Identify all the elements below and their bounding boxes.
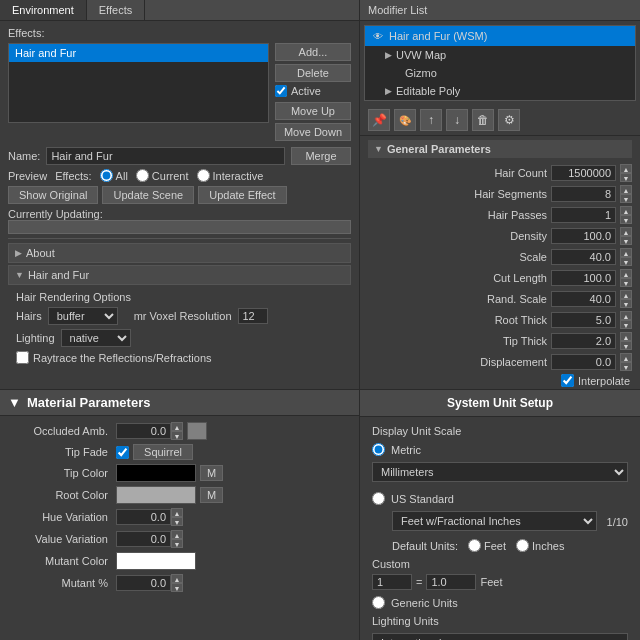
- interactive-radio[interactable]: [197, 169, 210, 182]
- mutant-pct-up[interactable]: ▲: [171, 574, 183, 583]
- all-radio[interactable]: [100, 169, 113, 182]
- modifier-item-gizmo[interactable]: Gizmo: [365, 64, 635, 82]
- pin-tool-button[interactable]: 📌: [368, 109, 390, 131]
- all-radio-label[interactable]: All: [100, 169, 128, 182]
- custom-input-2[interactable]: [426, 574, 476, 590]
- update-effect-button[interactable]: Update Effect: [198, 186, 286, 204]
- hair-passes-down[interactable]: ▼: [620, 215, 632, 224]
- delete-button[interactable]: Delete: [275, 64, 351, 82]
- current-radio-label[interactable]: Current: [136, 169, 189, 182]
- inches-radio-label[interactable]: Inches: [516, 539, 564, 552]
- occluded-amb-swatch[interactable]: [187, 422, 207, 440]
- add-button[interactable]: Add...: [275, 43, 351, 61]
- hue-variation-up[interactable]: ▲: [171, 508, 183, 517]
- rand-scale-down[interactable]: ▼: [620, 299, 632, 308]
- generic-radio[interactable]: [372, 596, 385, 609]
- modifier-item-hair-fur[interactable]: 👁 Hair and Fur (WSM): [365, 26, 635, 46]
- hair-passes-up[interactable]: ▲: [620, 206, 632, 215]
- squirrel-preset[interactable]: Squirrel: [133, 444, 193, 460]
- cut-length-down[interactable]: ▼: [620, 278, 632, 287]
- active-checkbox[interactable]: [275, 85, 287, 97]
- displacement-input[interactable]: [551, 354, 616, 370]
- displacement-up[interactable]: ▲: [620, 353, 632, 362]
- hair-count-input[interactable]: 1500000: [551, 165, 616, 181]
- mutant-pct-input[interactable]: [116, 575, 171, 591]
- show-original-button[interactable]: Show Original: [8, 186, 98, 204]
- raytrace-checkbox[interactable]: [16, 351, 29, 364]
- tip-thick-up[interactable]: ▲: [620, 332, 632, 341]
- value-variation-up[interactable]: ▲: [171, 530, 183, 539]
- metric-radio[interactable]: [372, 443, 385, 456]
- tip-color-swatch[interactable]: [116, 464, 196, 482]
- scale-down[interactable]: ▼: [620, 257, 632, 266]
- metric-select[interactable]: Millimeters Centimeters Meters Kilometer…: [372, 462, 628, 482]
- scale-up[interactable]: ▲: [620, 248, 632, 257]
- rand-scale-input[interactable]: [551, 291, 616, 307]
- tab-effects[interactable]: Effects: [87, 0, 145, 20]
- tip-thick-input[interactable]: [551, 333, 616, 349]
- tip-thick-down[interactable]: ▼: [620, 341, 632, 350]
- value-variation-down[interactable]: ▼: [171, 539, 183, 548]
- modifier-item-editable-poly[interactable]: ▶ Editable Poly: [365, 82, 635, 100]
- occluded-amb-up[interactable]: ▲: [171, 422, 183, 431]
- feet-radio-label[interactable]: Feet: [468, 539, 506, 552]
- cut-length-input[interactable]: [551, 270, 616, 286]
- root-color-swatch[interactable]: [116, 486, 196, 504]
- material-params-title[interactable]: ▼ Material Parameters: [0, 390, 359, 416]
- hair-fur-header[interactable]: ▼ Hair and Fur: [8, 265, 351, 285]
- root-color-m-button[interactable]: M: [200, 487, 223, 503]
- tab-environment[interactable]: Environment: [0, 0, 87, 20]
- mutant-color-swatch[interactable]: [116, 552, 196, 570]
- move-up-tool-button[interactable]: ↑: [420, 109, 442, 131]
- hair-count-up[interactable]: ▲: [620, 164, 632, 173]
- scale-input[interactable]: [551, 249, 616, 265]
- delete-tool-button[interactable]: 🗑: [472, 109, 494, 131]
- name-input[interactable]: Hair and Fur: [46, 147, 285, 165]
- move-up-button[interactable]: Move Up: [275, 102, 351, 120]
- root-thick-input[interactable]: [551, 312, 616, 328]
- lighting-units-select[interactable]: International American: [372, 633, 628, 640]
- move-down-tool-button[interactable]: ↓: [446, 109, 468, 131]
- color-tool-button[interactable]: 🎨: [394, 109, 416, 131]
- mutant-pct-down[interactable]: ▼: [171, 583, 183, 592]
- effects-list[interactable]: Hair and Fur: [8, 43, 269, 123]
- current-radio[interactable]: [136, 169, 149, 182]
- density-down[interactable]: ▼: [620, 236, 632, 245]
- density-up[interactable]: ▲: [620, 227, 632, 236]
- voxel-input[interactable]: [238, 308, 268, 324]
- hair-segments-down[interactable]: ▼: [620, 194, 632, 203]
- effects-list-item[interactable]: Hair and Fur: [9, 44, 268, 62]
- general-params-title[interactable]: ▼ General Parameters: [368, 140, 632, 158]
- hair-segments-up[interactable]: ▲: [620, 185, 632, 194]
- interactive-radio-label[interactable]: Interactive: [197, 169, 264, 182]
- modifier-item-uvw-map[interactable]: ▶ UVW Map: [365, 46, 635, 64]
- configure-tool-button[interactable]: ⚙: [498, 109, 520, 131]
- cut-length-up[interactable]: ▲: [620, 269, 632, 278]
- lighting-select[interactable]: native: [61, 329, 131, 347]
- tip-color-m-button[interactable]: M: [200, 465, 223, 481]
- hue-variation-down[interactable]: ▼: [171, 517, 183, 526]
- root-thick-up[interactable]: ▲: [620, 311, 632, 320]
- update-scene-button[interactable]: Update Scene: [102, 186, 194, 204]
- occluded-amb-down[interactable]: ▼: [171, 431, 183, 440]
- us-standard-radio[interactable]: [372, 492, 385, 505]
- rand-scale-up[interactable]: ▲: [620, 290, 632, 299]
- inches-radio[interactable]: [516, 539, 529, 552]
- tip-fade-checkbox[interactable]: [116, 446, 129, 459]
- root-thick-down[interactable]: ▼: [620, 320, 632, 329]
- density-input[interactable]: [551, 228, 616, 244]
- hue-variation-input[interactable]: [116, 509, 171, 525]
- value-variation-input[interactable]: [116, 531, 171, 547]
- about-header[interactable]: ▶ About: [8, 243, 351, 263]
- custom-input-1[interactable]: [372, 574, 412, 590]
- us-select[interactable]: Feet w/Fractional Inches: [392, 511, 597, 531]
- feet-radio[interactable]: [468, 539, 481, 552]
- move-down-button[interactable]: Move Down: [275, 123, 351, 141]
- occluded-amb-input[interactable]: [116, 423, 171, 439]
- hair-count-down[interactable]: ▼: [620, 173, 632, 182]
- hairs-select[interactable]: buffer: [48, 307, 118, 325]
- hair-segments-input[interactable]: [551, 186, 616, 202]
- hair-passes-input[interactable]: [551, 207, 616, 223]
- interpolate-checkbox[interactable]: [561, 374, 574, 387]
- merge-button[interactable]: Merge: [291, 147, 351, 165]
